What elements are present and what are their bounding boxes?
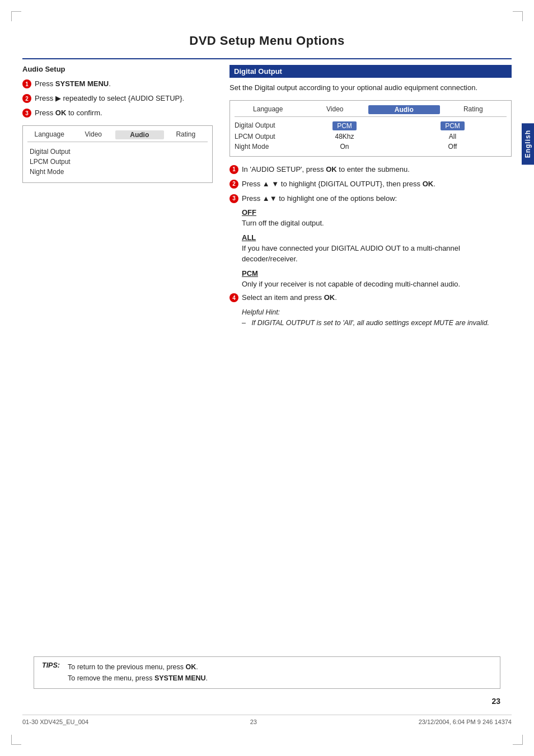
right-step-text-3: Press ▲▼ to highlight one of the options…: [242, 194, 512, 204]
step-text-1: Press SYSTEM MENU.: [35, 79, 213, 89]
option-heading-off: OFF: [242, 208, 512, 217]
helpful-hint: Helpful Hint: – If DIGITAL OUTPUT is set…: [229, 307, 512, 328]
left-step-3: 3 Press OK to confirm.: [22, 108, 213, 118]
left-menu-row-1: Digital Output: [27, 147, 208, 157]
right-val1-night: On: [291, 143, 399, 151]
option-heading-pcm: PCM: [242, 269, 512, 278]
description-text: Set the Digital output according to your…: [229, 82, 512, 93]
tips-line-2: To remove the menu, press SYSTEM MENU.: [68, 674, 208, 682]
step-num-3: 3: [22, 109, 31, 118]
right-val2-digital: PCM: [399, 121, 507, 130]
helpful-hint-label: Helpful Hint:: [242, 308, 280, 316]
step-num-2: 2: [22, 94, 31, 103]
right-step-num-1: 1: [229, 165, 238, 174]
step-text-3: Press OK to confirm.: [35, 108, 213, 118]
left-column: Audio Setup 1 Press SYSTEM MENU. 2 Press…: [22, 65, 213, 328]
option-text-all: If you have connected your DIGITAL AUDIO…: [242, 243, 512, 265]
right-header-video: Video: [302, 105, 369, 114]
corner-mark-tr: [512, 11, 523, 22]
right-step-2: 2 Press ▲ ▼ to highlight {DIGITAL OUTPUT…: [229, 179, 512, 189]
corner-mark-br: [512, 734, 523, 745]
right-val2-night: Off: [399, 143, 507, 151]
left-menu-rows: Digital Output LPCM Output Night Mode: [27, 145, 208, 178]
right-menu-row-lpcm: LPCM Output 48Khz All: [235, 132, 507, 142]
right-step-num-2: 2: [229, 180, 238, 189]
right-step-text-1: In 'AUDIO SETUP', press OK to enter the …: [242, 165, 512, 175]
left-header-audio: Audio: [115, 130, 164, 139]
tips-line-1: To return to the previous menu, press OK…: [68, 663, 198, 671]
right-menu-box: Language Video Audio Rating Digital Outp…: [229, 100, 512, 157]
footer: 01-30 XDV425_EU_004 23 23/12/2004, 6:04 …: [22, 715, 512, 725]
footer-left: 01-30 XDV425_EU_004: [22, 719, 88, 725]
footer-center: 23: [250, 719, 257, 725]
right-menu-header-row: Language Video Audio Rating: [235, 105, 507, 117]
right-step-num-4: 4: [229, 293, 238, 302]
step-num-1: 1: [22, 79, 31, 88]
tips-bar: TIPS: To return to the previous menu, pr…: [34, 656, 500, 689]
right-step-num-3: 3: [229, 194, 238, 203]
left-header-language: Language: [27, 130, 72, 139]
option-heading-all: ALL: [242, 233, 512, 242]
content-area: Audio Setup 1 Press SYSTEM MENU. 2 Press…: [0, 65, 534, 328]
helpful-hint-text: – If DIGITAL OUTPUT is set to 'All', all…: [242, 319, 489, 327]
step-text-2: Press ▶ repeatedly to select {AUDIO SETU…: [35, 93, 213, 104]
right-step-4: 4 Select an item and press OK.: [229, 293, 512, 303]
pcm-highlight-1: PCM: [332, 121, 357, 130]
left-menu-box: Language Video Audio Rating Digital Outp…: [22, 125, 213, 183]
footer-right: 23/12/2004, 6:04 PM 9 246 14374: [419, 719, 512, 725]
right-label-lpcm: LPCM Output: [235, 133, 291, 140]
left-step-2: 2 Press ▶ repeatedly to select {AUDIO SE…: [22, 93, 213, 104]
page-title: DVD Setup Menu Options: [0, 0, 534, 58]
tips-label: TIPS:: [42, 661, 60, 669]
right-step-1: 1 In 'AUDIO SETUP', press OK to enter th…: [229, 165, 512, 175]
right-val1-digital: PCM: [291, 121, 399, 130]
right-header-language: Language: [235, 105, 302, 114]
page-number: 23: [491, 697, 500, 706]
options-area: OFF Turn off the digital output. ALL If …: [229, 208, 512, 289]
pcm-highlight-2: PCM: [441, 121, 465, 130]
right-step-text-2: Press ▲ ▼ to highlight {DIGITAL OUTPUT},…: [242, 179, 512, 189]
left-step-1: 1 Press SYSTEM MENU.: [22, 79, 213, 89]
left-menu-header-row: Language Video Audio Rating: [27, 130, 208, 142]
right-menu-row-digital: Digital Output PCM PCM: [235, 120, 507, 132]
right-step-text-4: Select an item and press OK.: [242, 293, 512, 303]
corner-mark-bl: [11, 734, 22, 745]
digital-output-heading: Digital Output: [229, 65, 512, 78]
right-step-3: 3 Press ▲▼ to highlight one of the optio…: [229, 194, 512, 204]
left-header-video: Video: [72, 130, 116, 139]
right-menu-row-night: Night Mode On Off: [235, 142, 507, 152]
right-val2-lpcm: All: [399, 133, 507, 140]
right-label-night: Night Mode: [235, 143, 291, 151]
tips-text: To return to the previous menu, press OK…: [68, 661, 208, 684]
right-val1-lpcm: 48Khz: [291, 133, 399, 140]
english-tab: English: [522, 123, 534, 165]
right-header-rating: Rating: [440, 105, 507, 114]
left-menu-row-3: Night Mode: [27, 167, 208, 177]
left-header-rating: Rating: [164, 130, 208, 139]
option-text-off: Turn off the digital output.: [242, 218, 512, 229]
right-header-audio: Audio: [368, 105, 440, 114]
corner-mark-tl: [11, 11, 22, 22]
audio-setup-heading: Audio Setup: [22, 65, 213, 73]
right-label-digital: Digital Output: [235, 121, 291, 130]
right-column: Digital Output Set the Digital output ac…: [229, 65, 512, 328]
option-text-pcm: Only if your receiver is not capable of …: [242, 279, 512, 290]
left-menu-row-2: LPCM Output: [27, 157, 208, 167]
